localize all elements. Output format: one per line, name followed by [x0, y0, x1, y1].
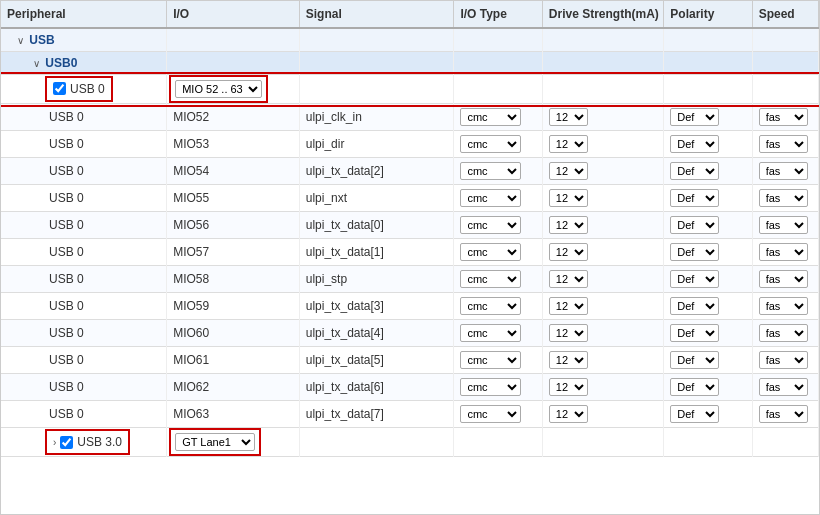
cell-drive[interactable]: 481216 [542, 347, 664, 374]
iotype-select[interactable]: cmclvcmoshstlsstl [460, 135, 521, 153]
drive-select[interactable]: 481216 [549, 189, 588, 207]
drive-select[interactable]: 481216 [549, 108, 588, 126]
cell-polarity[interactable]: DefHighLow [664, 374, 752, 401]
iotype-select[interactable]: cmclvcmoshstlsstl [460, 108, 521, 126]
cell-iotype[interactable]: cmclvcmoshstlsstl [454, 320, 542, 347]
drive-select[interactable]: 481216 [549, 351, 588, 369]
cell-polarity[interactable]: DefHighLow [664, 266, 752, 293]
cell-polarity[interactable]: DefHighLow [664, 104, 752, 131]
polarity-select[interactable]: DefHighLow [670, 270, 719, 288]
cell-polarity[interactable]: DefHighLow [664, 320, 752, 347]
drive-select[interactable]: 481216 [549, 135, 588, 153]
speed-select[interactable]: fasslow [759, 189, 808, 207]
cell-iotype[interactable]: cmclvcmoshstlsstl [454, 212, 542, 239]
iotype-select[interactable]: cmclvcmoshstlsstl [460, 405, 521, 423]
cell-speed[interactable]: fasslow [752, 347, 818, 374]
cell-speed[interactable]: fasslow [752, 374, 818, 401]
cell-iotype[interactable]: cmclvcmoshstlsstl [454, 347, 542, 374]
drive-select[interactable]: 481216 [549, 216, 588, 234]
cell-polarity[interactable]: DefHighLow [664, 401, 752, 428]
iotype-select[interactable]: cmclvcmoshstlsstl [460, 378, 521, 396]
polarity-select[interactable]: DefHighLow [670, 189, 719, 207]
cell-drive[interactable]: 481216 [542, 158, 664, 185]
cell-speed[interactable]: fasslow [752, 239, 818, 266]
cell-drive[interactable]: 481216 [542, 185, 664, 212]
usb30-expand-icon[interactable]: › [53, 437, 56, 448]
cell-polarity[interactable]: DefHighLow [664, 293, 752, 320]
polarity-select[interactable]: DefHighLow [670, 351, 719, 369]
cell-iotype[interactable]: cmclvcmoshstlsstl [454, 131, 542, 158]
cell-iotype[interactable]: cmclvcmoshstlsstl [454, 401, 542, 428]
cell-iotype[interactable]: cmclvcmoshstlsstl [454, 266, 542, 293]
speed-select[interactable]: fasslow [759, 405, 808, 423]
cell-iotype[interactable]: cmclvcmoshstlsstl [454, 239, 542, 266]
polarity-select[interactable]: DefHighLow [670, 405, 719, 423]
cell-speed[interactable]: fasslow [752, 104, 818, 131]
speed-select[interactable]: fasslow [759, 297, 808, 315]
usb0-enable-checkbox[interactable] [53, 82, 66, 95]
cell-drive[interactable]: 481216 [542, 320, 664, 347]
polarity-select[interactable]: DefHighLow [670, 108, 719, 126]
polarity-select[interactable]: DefHighLow [670, 297, 719, 315]
cell-iotype[interactable]: cmclvcmoshstlsstl [454, 185, 542, 212]
cell-drive[interactable]: 481216 [542, 401, 664, 428]
iotype-select[interactable]: cmclvcmoshstlsstl [460, 189, 521, 207]
drive-select[interactable]: 481216 [549, 162, 588, 180]
drive-select[interactable]: 481216 [549, 324, 588, 342]
iotype-select[interactable]: cmclvcmoshstlsstl [460, 297, 521, 315]
cell-drive[interactable]: 481216 [542, 293, 664, 320]
drive-select[interactable]: 481216 [549, 270, 588, 288]
iotype-select[interactable]: cmclvcmoshstlsstl [460, 216, 521, 234]
drive-select[interactable]: 481216 [549, 243, 588, 261]
cell-drive[interactable]: 481216 [542, 374, 664, 401]
cell-speed[interactable]: fasslow [752, 158, 818, 185]
cell-iotype[interactable]: cmclvcmoshstlsstl [454, 104, 542, 131]
speed-select[interactable]: fasslow [759, 162, 808, 180]
usb0-expand-icon[interactable]: ∨ [33, 58, 40, 69]
usb30-lane-select[interactable]: GT Lane1 GT Lane0 GT Lane2 [175, 433, 255, 451]
polarity-select[interactable]: DefHighLow [670, 378, 719, 396]
cell-drive[interactable]: 481216 [542, 104, 664, 131]
drive-select[interactable]: 481216 [549, 405, 588, 423]
speed-select[interactable]: fasslow [759, 270, 808, 288]
polarity-select[interactable]: DefHighLow [670, 135, 719, 153]
cell-drive[interactable]: 481216 [542, 131, 664, 158]
iotype-select[interactable]: cmclvcmoshstlsstl [460, 243, 521, 261]
speed-select[interactable]: fasslow [759, 108, 808, 126]
polarity-select[interactable]: DefHighLow [670, 162, 719, 180]
cell-speed[interactable]: fasslow [752, 266, 818, 293]
iotype-select[interactable]: cmclvcmoshstlsstl [460, 162, 521, 180]
usb-expand-icon[interactable]: ∨ [17, 35, 24, 46]
cell-polarity[interactable]: DefHighLow [664, 131, 752, 158]
speed-select[interactable]: fasslow [759, 243, 808, 261]
speed-select[interactable]: fasslow [759, 216, 808, 234]
usb0-mio-select[interactable]: MIO 52 .. 63 MIO 0 .. 11 MIO 12 .. 23 [175, 80, 262, 98]
cell-polarity[interactable]: DefHighLow [664, 158, 752, 185]
iotype-select[interactable]: cmclvcmoshstlsstl [460, 324, 521, 342]
cell-iotype[interactable]: cmclvcmoshstlsstl [454, 293, 542, 320]
cell-polarity[interactable]: DefHighLow [664, 185, 752, 212]
speed-select[interactable]: fasslow [759, 351, 808, 369]
cell-speed[interactable]: fasslow [752, 212, 818, 239]
cell-drive[interactable]: 481216 [542, 212, 664, 239]
cell-iotype[interactable]: cmclvcmoshstlsstl [454, 158, 542, 185]
cell-drive[interactable]: 481216 [542, 266, 664, 293]
drive-select[interactable]: 481216 [549, 297, 588, 315]
cell-speed[interactable]: fasslow [752, 401, 818, 428]
cell-polarity[interactable]: DefHighLow [664, 347, 752, 374]
cell-speed[interactable]: fasslow [752, 293, 818, 320]
polarity-select[interactable]: DefHighLow [670, 216, 719, 234]
polarity-select[interactable]: DefHighLow [670, 324, 719, 342]
cell-drive[interactable]: 481216 [542, 239, 664, 266]
polarity-select[interactable]: DefHighLow [670, 243, 719, 261]
cell-speed[interactable]: fasslow [752, 185, 818, 212]
speed-select[interactable]: fasslow [759, 324, 808, 342]
speed-select[interactable]: fasslow [759, 378, 808, 396]
cell-speed[interactable]: fasslow [752, 131, 818, 158]
iotype-select[interactable]: cmclvcmoshstlsstl [460, 270, 521, 288]
cell-speed[interactable]: fasslow [752, 320, 818, 347]
cell-iotype[interactable]: cmclvcmoshstlsstl [454, 374, 542, 401]
cell-polarity[interactable]: DefHighLow [664, 212, 752, 239]
speed-select[interactable]: fasslow [759, 135, 808, 153]
iotype-select[interactable]: cmclvcmoshstlsstl [460, 351, 521, 369]
